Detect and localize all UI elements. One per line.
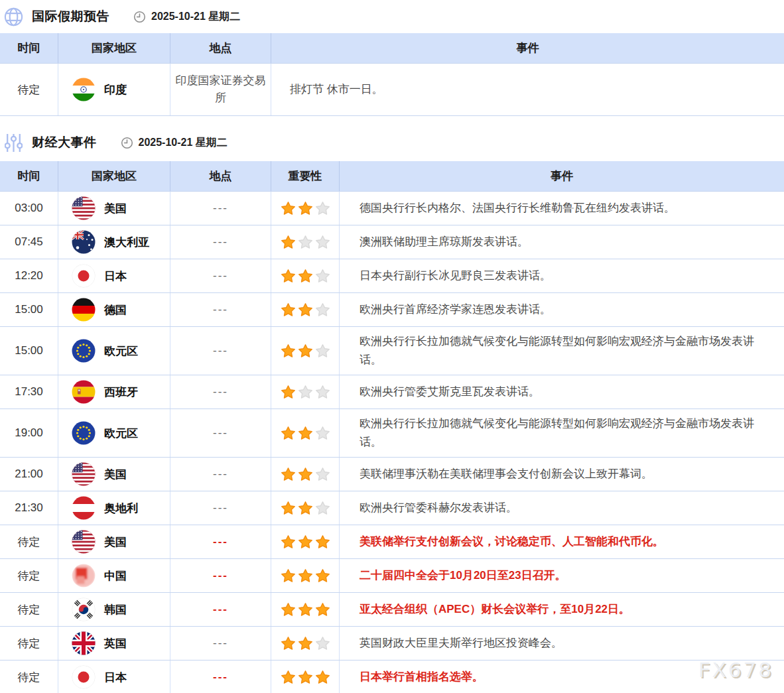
country-cell: 澳大利亚 [58, 225, 170, 259]
star-filled-icon [298, 636, 313, 651]
country-cell: 德国 [58, 293, 170, 326]
event-cell: 德国央行行长内格尔、法国央行行长维勒鲁瓦在纽约发表讲话。 [339, 192, 784, 225]
star-empty-icon [315, 467, 330, 482]
event-cell: 欧洲央行行长拉加德就气候变化与能源转型如何影响宏观经济与金融市场发表讲话。 [339, 327, 784, 375]
star-empty-icon [315, 269, 330, 284]
importance-cell [271, 458, 339, 491]
star-empty-icon [315, 201, 330, 216]
event-text: 欧洲央行首席经济学家连恩发表讲话。 [359, 300, 551, 319]
location-cell: --- [170, 375, 271, 409]
country-cell: 美国 [58, 458, 170, 491]
events-table: 时间 国家地区 地点 重要性 事件 03:00美国---德国央行行长内格尔、法国… [0, 161, 784, 693]
star-empty-icon [315, 344, 330, 359]
time-text: 待定 [18, 82, 40, 97]
country-cell: 欧元区 [58, 409, 170, 457]
importance-cell [271, 491, 339, 525]
flag-germany-icon [72, 298, 96, 322]
importance-cell [271, 375, 339, 409]
star-filled-icon [281, 568, 296, 584]
time-text: 12:20 [15, 269, 43, 283]
star-filled-icon [298, 501, 313, 516]
event-cell: 日本举行首相指名选举。 [339, 661, 784, 693]
location-cell: --- [170, 491, 271, 525]
location-text: --- [213, 499, 228, 517]
event-row: 15:00欧元区---欧洲央行行长拉加德就气候变化与能源转型如何影响宏观经济与金… [0, 326, 784, 375]
event-text: 德国央行行长内格尔、法国央行行长维勒鲁瓦在纽约发表讲话。 [359, 199, 675, 218]
importance-cell [271, 293, 339, 326]
importance-cell [271, 192, 339, 225]
header-event: 事件 [339, 161, 784, 191]
star-filled-icon [281, 269, 296, 284]
star-filled-icon [298, 602, 313, 617]
flag-usa-icon [72, 196, 96, 220]
star-filled-icon [298, 344, 313, 359]
header-location: 地点 [170, 33, 271, 63]
event-row: 待定美国---美联储举行支付创新会议，讨论稳定币、人工智能和代币化。 [0, 525, 784, 558]
location-text: --- [213, 567, 228, 584]
event-cell: 欧洲央行管委科赫尔发表讲话。 [339, 491, 784, 525]
star-filled-icon [281, 602, 296, 617]
event-cell: 排灯节 休市一日。 [271, 64, 784, 115]
country-cell: 日本 [58, 259, 170, 292]
location-text: --- [213, 424, 228, 442]
time-cell: 待定 [0, 627, 58, 660]
country-cell: 西班牙 [58, 375, 170, 409]
country-cell: 印度 [58, 64, 170, 115]
event-text: 排灯节 休市一日。 [290, 80, 383, 99]
country-cell: 中国 [58, 559, 170, 592]
country-name: 印度 [104, 82, 127, 97]
time-text: 03:00 [15, 202, 43, 215]
event-row: 待定中国---二十届四中全会于10月20日至23日召开。 [0, 558, 784, 592]
flag-india-icon [72, 78, 96, 101]
star-filled-icon [298, 535, 313, 550]
event-row: 15:00德国---欧洲央行首席经济学家连恩发表讲话。 [0, 292, 784, 326]
flag-korea-icon [72, 598, 96, 621]
flag-austria-icon [72, 496, 96, 520]
time-cell: 17:30 [0, 375, 58, 409]
event-cell: 欧洲央行管委艾斯克里瓦发表讲话。 [339, 375, 784, 409]
header-country: 国家地区 [58, 161, 170, 191]
location-text: --- [213, 342, 228, 359]
time-cell: 待定 [0, 64, 58, 115]
importance-cell [271, 327, 339, 375]
holiday-section-header: 国际假期预告 2025-10-21 星期二 [0, 0, 784, 33]
event-row: 07:45澳大利亚---澳洲联储助理主席琼斯发表讲话。 [0, 225, 784, 259]
flag-spain-icon [72, 380, 96, 404]
flag-australia-icon [72, 230, 96, 254]
event-text: 美联储理事沃勒在美联储理事会支付创新会议上致开幕词。 [359, 465, 653, 483]
location-cell: --- [170, 661, 271, 693]
star-filled-icon [281, 302, 296, 318]
time-cell: 03:00 [0, 192, 58, 225]
star-filled-icon [298, 269, 313, 284]
country-cell: 韩国 [58, 593, 170, 626]
events-table-header: 时间 国家地区 地点 重要性 事件 [0, 161, 784, 191]
star-filled-icon [281, 670, 296, 685]
event-text: 美联储举行支付创新会议，讨论稳定币、人工智能和代币化。 [359, 533, 664, 551]
flag-china-icon [72, 564, 96, 588]
location-cell: --- [170, 627, 271, 660]
event-text: 澳洲联储助理主席琼斯发表讲话。 [359, 233, 529, 251]
holiday-table-header: 时间 国家地区 地点 事件 [0, 33, 784, 63]
location-text: --- [213, 383, 228, 401]
event-text: 欧洲央行管委艾斯克里瓦发表讲话。 [359, 383, 540, 401]
star-filled-icon [281, 501, 296, 516]
event-row: 19:00欧元区---欧洲央行行长拉加德就气候变化与能源转型如何影响宏观经济与金… [0, 409, 784, 457]
star-empty-icon [315, 385, 330, 400]
location-text: --- [213, 267, 228, 284]
events-section-header: 财经大事件 2025-10-21 星期二 [0, 116, 784, 161]
country-cell: 奥地利 [58, 491, 170, 525]
location-cell: --- [170, 525, 271, 558]
star-empty-icon [315, 302, 330, 318]
star-filled-icon [298, 302, 313, 318]
location-text: --- [213, 466, 228, 483]
star-filled-icon [281, 636, 296, 651]
location-cell: --- [170, 559, 271, 592]
country-name: 德国 [104, 302, 127, 318]
star-filled-icon [315, 535, 330, 550]
star-filled-icon [281, 235, 296, 250]
time-text: 15:00 [15, 344, 43, 357]
events-section-title: 财经大事件 [32, 134, 97, 151]
time-text: 19:00 [15, 426, 43, 440]
country-name: 欧元区 [104, 426, 138, 441]
time-text: 21:00 [15, 468, 43, 481]
